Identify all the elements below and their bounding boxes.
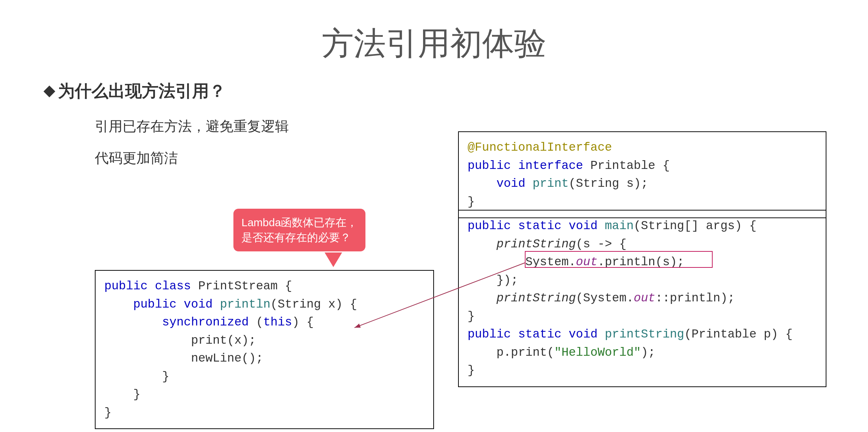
callout-tail-icon — [325, 252, 342, 267]
subhead-text: 为什么出现方法引用？ — [58, 81, 226, 100]
callout-bubble: Lambda函数体已存在， 是否还有存在的必要？ — [233, 209, 365, 251]
code-block-interface: @FunctionalInterface public interface Pr… — [458, 131, 826, 218]
callout-line: Lambda函数体已存在， — [241, 216, 357, 228]
highlight-box — [525, 251, 713, 268]
slide: 方法引用初体验 ◆为什么出现方法引用？ 引用已存在方法，避免重复逻辑 代码更加简… — [0, 0, 868, 432]
code-block-printstream: public class PrintStream { public void p… — [95, 270, 434, 429]
callout-line: 是否还有存在的必要？ — [241, 231, 351, 243]
slide-subheading: ◆为什么出现方法引用？ — [44, 80, 828, 103]
diamond-icon: ◆ — [44, 82, 55, 98]
code-block-main: public static void main(String[] args) {… — [458, 210, 826, 387]
slide-title: 方法引用初体验 — [40, 22, 828, 65]
